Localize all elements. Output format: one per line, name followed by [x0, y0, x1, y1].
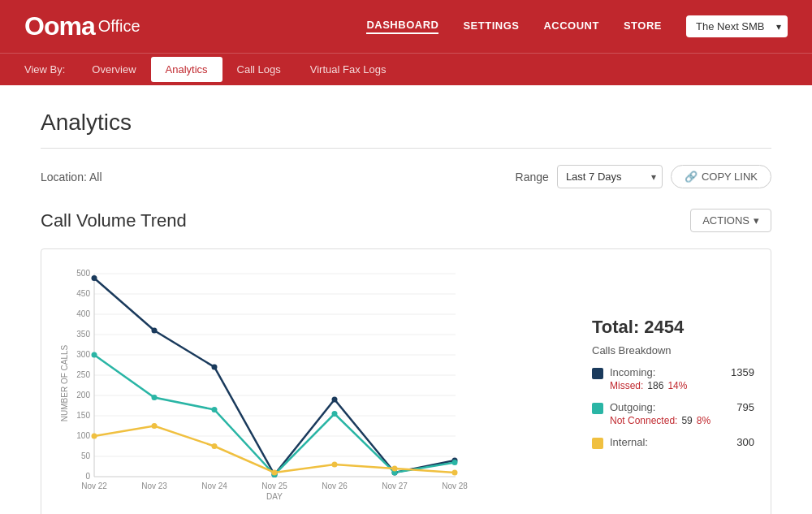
- chart-legend: Total: 2454 Calls Breakdown Incoming: 13…: [576, 266, 754, 509]
- missed-count: 186: [647, 380, 663, 391]
- outgoing-dot: [92, 352, 97, 358]
- svg-text:200: 200: [76, 391, 90, 400]
- outgoing-details: Outgoing: 795 Not Connected: 59 8%: [610, 401, 754, 426]
- not-connected-pct: 8%: [697, 415, 710, 426]
- legend-total: Total: 2454: [592, 317, 754, 338]
- svg-text:500: 500: [76, 269, 90, 278]
- internal-color-box: [592, 438, 603, 449]
- svg-text:Nov 28: Nov 28: [442, 482, 468, 490]
- logo: Ooma Office: [24, 11, 140, 41]
- copy-link-button[interactable]: 🔗 COPY LINK: [671, 165, 771, 188]
- incoming-count: 1359: [731, 366, 754, 378]
- internal-dot: [152, 423, 158, 429]
- incoming-dot: [152, 328, 158, 334]
- svg-text:450: 450: [76, 289, 90, 298]
- range-select-wrapper: Last 7 Days Last 14 Days Last 30 Days Cu…: [557, 165, 663, 188]
- chart-title: Call Volume Trend: [41, 210, 187, 231]
- svg-text:350: 350: [76, 330, 90, 339]
- chart-svg: NUMBER OF CALLS 0: [58, 266, 480, 501]
- legend-item-internal: Internal: 300: [592, 436, 754, 449]
- outgoing-color-box: [592, 403, 603, 414]
- svg-text:NUMBER OF CALLS: NUMBER OF CALLS: [60, 344, 69, 421]
- nav-account[interactable]: ACCOUNT: [543, 19, 599, 33]
- chart-section-header: Call Volume Trend ACTIONS ▾: [41, 209, 771, 232]
- incoming-name: Incoming:: [610, 366, 655, 378]
- incoming-dot: [332, 397, 338, 403]
- logo-ooma: Ooma: [24, 11, 95, 41]
- nav-store[interactable]: STORE: [624, 19, 662, 33]
- outgoing-dot: [452, 460, 458, 465]
- link-icon: 🔗: [685, 171, 698, 183]
- svg-text:100: 100: [76, 431, 90, 440]
- divider: [41, 148, 771, 149]
- page-title: Analytics: [41, 110, 771, 136]
- legend-breakdown-title: Calls Breakdown: [592, 344, 754, 356]
- svg-text:Nov 23: Nov 23: [141, 482, 167, 490]
- internal-main-row: Internal: 300: [610, 436, 754, 448]
- nav-settings[interactable]: SETTINGS: [463, 19, 519, 33]
- outgoing-count: 795: [736, 401, 754, 413]
- incoming-details: Incoming: 1359 Missed: 186 14%: [610, 366, 754, 391]
- actions-label: ACTIONS: [702, 214, 749, 227]
- missed-pct: 14%: [667, 380, 687, 391]
- svg-text:400: 400: [76, 309, 90, 318]
- main-content: Analytics Location: All Range Last 7 Day…: [0, 85, 812, 514]
- range-label: Range: [516, 171, 549, 184]
- outgoing-dot: [212, 407, 218, 412]
- tab-call-logs[interactable]: Call Logs: [222, 57, 296, 82]
- nav-dashboard[interactable]: DASHBOARD: [366, 19, 438, 34]
- outgoing-sub-row: Not Connected: 59 8%: [610, 415, 754, 426]
- internal-dot: [212, 443, 218, 449]
- copy-link-label: COPY LINK: [702, 171, 758, 183]
- account-selector-wrapper: The Next SMB: [662, 15, 788, 37]
- view-by-label: View By:: [24, 63, 65, 76]
- outgoing-dot: [152, 395, 158, 400]
- incoming-line: [94, 279, 455, 475]
- incoming-dot: [92, 275, 97, 281]
- svg-text:Nov 25: Nov 25: [261, 482, 287, 490]
- internal-details: Internal: 300: [610, 436, 754, 448]
- actions-button[interactable]: ACTIONS ▾: [690, 209, 771, 232]
- svg-text:Nov 24: Nov 24: [201, 482, 227, 490]
- not-connected-count: 59: [681, 415, 692, 426]
- svg-text:Nov 27: Nov 27: [382, 482, 408, 490]
- internal-dot: [332, 462, 338, 468]
- range-select[interactable]: Last 7 Days Last 14 Days Last 30 Days Cu…: [557, 165, 663, 188]
- svg-text:150: 150: [76, 411, 90, 420]
- filter-row: Location: All Range Last 7 Days Last 14 …: [41, 165, 771, 188]
- svg-text:250: 250: [76, 370, 90, 379]
- missed-name: Missed:: [610, 380, 643, 391]
- account-selector[interactable]: The Next SMB: [686, 15, 788, 37]
- sub-nav: View By: Overview Analytics Call Logs Vi…: [0, 53, 812, 85]
- location-label: Location: All: [41, 171, 102, 184]
- legend-item-outgoing: Outgoing: 795 Not Connected: 59 8%: [592, 401, 754, 426]
- logo-office: Office: [98, 17, 140, 36]
- internal-dot: [92, 434, 97, 439]
- svg-text:0: 0: [85, 472, 90, 481]
- internal-line: [94, 426, 455, 473]
- tab-virtual-fax-logs[interactable]: Virtual Fax Logs: [296, 57, 401, 82]
- internal-name: Internal:: [610, 436, 648, 448]
- internal-dot: [392, 466, 398, 472]
- incoming-color-box: [592, 368, 603, 379]
- sub-nav-tabs: Overview Analytics Call Logs Virtual Fax…: [77, 57, 400, 82]
- svg-text:50: 50: [81, 451, 91, 460]
- outgoing-main-row: Outgoing: 795: [610, 401, 754, 413]
- svg-text:Nov 22: Nov 22: [81, 482, 107, 490]
- top-header: Ooma Office DASHBOARD SETTINGS ACCOUNT S…: [0, 0, 812, 53]
- not-connected-name: Not Connected:: [610, 415, 677, 426]
- main-nav: DASHBOARD SETTINGS ACCOUNT STORE: [366, 19, 662, 34]
- incoming-dot: [212, 365, 218, 370]
- chevron-down-icon: ▾: [754, 214, 759, 227]
- svg-text:300: 300: [76, 350, 90, 359]
- chart-area: NUMBER OF CALLS 0: [58, 266, 576, 509]
- svg-text:DAY: DAY: [266, 492, 283, 501]
- tab-analytics[interactable]: Analytics: [151, 57, 222, 82]
- internal-dot: [272, 470, 278, 476]
- outgoing-dot: [332, 411, 338, 417]
- chart-container: NUMBER OF CALLS 0: [41, 248, 771, 514]
- incoming-main-row: Incoming: 1359: [610, 366, 754, 378]
- incoming-sub-row: Missed: 186 14%: [610, 380, 754, 391]
- tab-overview[interactable]: Overview: [77, 57, 150, 82]
- internal-dot: [452, 470, 458, 476]
